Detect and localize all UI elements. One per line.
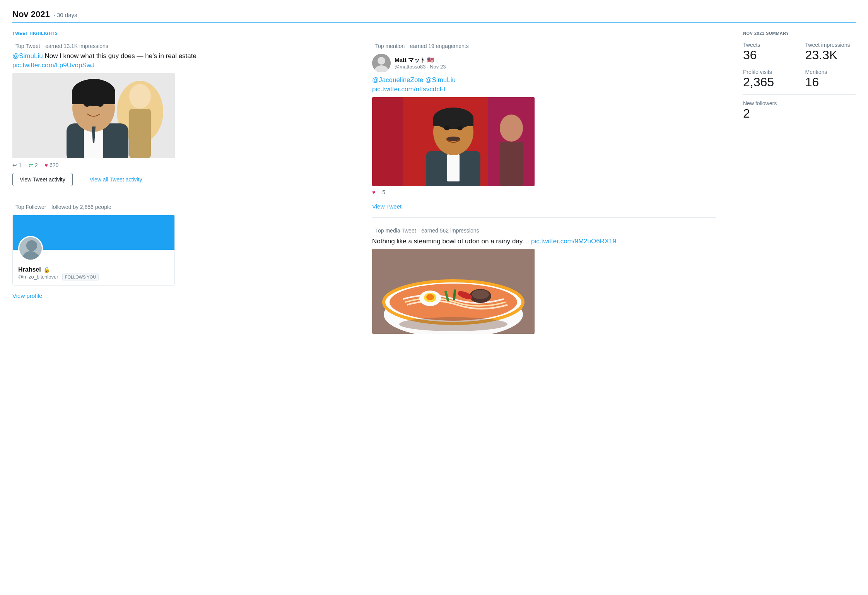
like-stat: ♥ 620 xyxy=(45,162,59,168)
top-tweet-section: Top Tweet earned 13.1K impressions @Simu… xyxy=(12,41,357,186)
follower-name-row: Hrahsel 🔒 xyxy=(18,266,169,273)
top-follower-section: Top Follower followed by 2,856 people xyxy=(12,202,357,299)
mention-image xyxy=(372,97,535,186)
mention-image-svg xyxy=(372,97,535,186)
svg-rect-32 xyxy=(500,142,523,186)
mention-author-name: Matt マット 🇺🇸 xyxy=(395,56,446,64)
divider-middle xyxy=(372,217,716,218)
view-profile-link[interactable]: View profile xyxy=(12,292,42,299)
page-subtitle: · 30 days xyxy=(54,12,77,18)
tweet-stats: ↩ 1 ⇄ 2 ♥ 620 xyxy=(12,162,357,168)
mention-avatar xyxy=(372,54,391,72)
mention-author-info: Matt マット 🇺🇸 @mattosso83 · Nov 23 xyxy=(395,56,446,70)
mention-tweet-text: @JacquelineZote @SimuLiupic.twitter.com/… xyxy=(372,75,716,94)
udon-image xyxy=(372,249,535,334)
mentions-label: Mentions xyxy=(805,69,856,75)
tweets-stat: Tweets 36 xyxy=(743,42,794,61)
follower-card-body: Hrahsel 🔒 @mizo_bitchlover FOLLOWS YOU xyxy=(13,250,174,285)
media-tweet-text: Nothing like a steaming bowl of udon on … xyxy=(372,237,716,246)
mentions-value: 16 xyxy=(805,76,856,88)
new-followers-stat: New followers 2 xyxy=(743,100,856,120)
tweets-label: Tweets xyxy=(743,42,794,48)
profile-visits-label: Profile visits xyxy=(743,69,794,75)
top-follower-heading: Top Follower followed by 2,856 people xyxy=(12,202,357,211)
svg-rect-24 xyxy=(447,154,460,181)
mention-like-stat: ♥ 5 xyxy=(372,189,716,195)
tweet-activity-row: View Tweet activity View all Tweet activ… xyxy=(12,173,357,186)
new-followers-value: 2 xyxy=(743,107,856,120)
highlights-label: TWEET HIGHLIGHTS xyxy=(12,31,357,36)
tweet-image-link[interactable]: pic.twitter.com/Lp9UvopSwJ xyxy=(12,62,95,69)
tweets-value: 36 xyxy=(743,49,794,61)
reply-icon: ↩ xyxy=(12,162,17,168)
top-tweet-heading: Top Tweet earned 13.1K impressions xyxy=(12,41,357,50)
impressions-stat: Tweet impressions 23.3K xyxy=(805,42,856,61)
mention-author-handle: @mattosso83 · Nov 23 xyxy=(395,64,446,70)
top-media-tweet-heading: Top media Tweet earned 562 impressions xyxy=(372,226,716,234)
view-tweet-link[interactable]: View Tweet xyxy=(372,203,402,210)
reply-stat: ↩ 1 xyxy=(12,162,22,168)
follower-handle-row: @mizo_bitchlover FOLLOWS YOU xyxy=(18,273,169,280)
svg-point-10 xyxy=(97,103,103,107)
new-followers-label: New followers xyxy=(743,100,856,106)
svg-point-30 xyxy=(457,126,463,130)
follower-avatar-icon xyxy=(19,237,42,260)
mention-heart: ♥ xyxy=(372,189,375,195)
heart-icon: ♥ xyxy=(45,162,48,168)
svg-point-29 xyxy=(444,126,449,130)
summary-title: NOV 2021 SUMMARY xyxy=(743,31,856,36)
top-mention-heading: Top mention earned 19 engagements xyxy=(372,41,716,50)
page-title: Nov 2021 xyxy=(12,9,50,19)
follower-name: Hrahsel xyxy=(18,266,41,273)
svg-point-41 xyxy=(426,294,434,300)
tweet-mention-link[interactable]: @SimuLiu xyxy=(12,52,43,60)
impressions-value: 23.3K xyxy=(805,49,856,61)
divider-after-top-tweet xyxy=(12,194,357,194)
view-all-tweet-activity-link[interactable]: View all Tweet activity xyxy=(90,176,142,183)
svg-point-31 xyxy=(500,115,523,142)
top-mention-section: Top mention earned 19 engagements Matt マ… xyxy=(372,41,716,210)
simu-liu-image xyxy=(12,73,175,158)
svg-point-16 xyxy=(378,57,385,65)
svg-rect-27 xyxy=(433,118,473,126)
tweet-image xyxy=(12,73,175,158)
impressions-label: Tweet impressions xyxy=(805,42,856,48)
col-middle: Top mention earned 19 engagements Matt マ… xyxy=(372,31,716,334)
follows-you-badge: FOLLOWS YOU xyxy=(62,274,99,280)
lock-icon: 🔒 xyxy=(43,267,50,273)
tweet-text: @SimuLiu Now I know what this guy does —… xyxy=(12,51,357,70)
col-right: NOV 2021 SUMMARY Tweets 36 Tweet impress… xyxy=(732,31,856,334)
col-left: TWEET HIGHLIGHTS Top Tweet earned 13.1K … xyxy=(12,31,357,334)
svg-point-9 xyxy=(84,103,90,107)
svg-point-47 xyxy=(399,317,507,331)
page-header: Nov 2021 · 30 days xyxy=(12,9,856,19)
mentions-stat: Mentions 16 xyxy=(805,69,856,88)
profile-visits-stat: Profile visits 2,365 xyxy=(743,69,794,88)
follower-handle: @mizo_bitchlover xyxy=(18,274,58,280)
svg-point-2 xyxy=(129,84,151,109)
profile-visits-value: 2,365 xyxy=(743,76,794,88)
svg-point-43 xyxy=(472,290,489,299)
udon-svg xyxy=(372,249,535,334)
svg-rect-8 xyxy=(72,92,115,104)
follower-avatar xyxy=(18,236,43,261)
top-divider xyxy=(12,22,856,23)
main-layout: TWEET HIGHLIGHTS Top Tweet earned 13.1K … xyxy=(12,31,856,334)
highlights-spacer xyxy=(372,31,716,41)
retweet-stat: ⇄ 2 xyxy=(29,162,38,168)
retweet-icon: ⇄ xyxy=(29,162,33,168)
follower-card: Hrahsel 🔒 @mizo_bitchlover FOLLOWS YOU xyxy=(12,215,175,286)
svg-rect-3 xyxy=(129,109,151,158)
summary-divider xyxy=(743,94,856,95)
top-media-tweet-section: Top media Tweet earned 562 impressions N… xyxy=(372,226,716,334)
summary-grid: Tweets 36 Tweet impressions 23.3K Profil… xyxy=(743,42,856,88)
svg-point-13 xyxy=(26,240,37,251)
view-tweet-activity-button[interactable]: View Tweet activity xyxy=(12,173,73,186)
mention-author: Matt マット 🇺🇸 @mattosso83 · Nov 23 xyxy=(372,54,716,72)
